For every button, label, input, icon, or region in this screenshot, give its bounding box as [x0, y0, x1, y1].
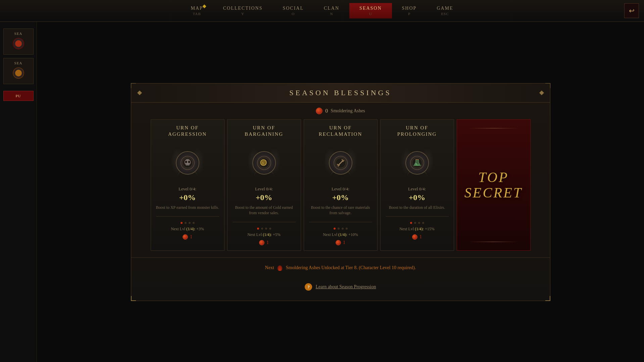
ashes-label: Smoldering Ashes: [331, 108, 365, 114]
dot: [265, 228, 267, 230]
left-sidebar: SEA SEA PU: [0, 22, 37, 362]
dot: [261, 228, 263, 230]
cost-flame-icon: [412, 234, 417, 240]
card-next-lvl-bargaining: Next Lvl (1/4): +5%: [247, 232, 280, 237]
cost-value-bargaining: 1: [266, 240, 269, 245]
cost-value-prolonging: 1: [419, 234, 422, 240]
svg-point-25: [415, 163, 417, 165]
dot: [185, 222, 187, 224]
dot: [189, 222, 191, 224]
card-percent-aggression: +0%: [179, 193, 196, 202]
card-divider-prolonging: [386, 216, 449, 217]
card-desc-prolonging: Boost to the duration of all Elixirs.: [389, 205, 445, 210]
sidebar-item-1[interactable]: SEA: [3, 28, 34, 55]
nav-key-season: U: [369, 12, 372, 16]
panel-title: SEASON BLESSINGS: [289, 88, 391, 97]
nav-label-map: MAP: [191, 6, 203, 11]
card-percent-prolonging: +0%: [409, 193, 426, 202]
blessing-card-reclamation[interactable]: URN OFRECLAMATION: [304, 119, 378, 251]
card-divider-aggression: [156, 216, 219, 217]
ashes-icon: [316, 108, 323, 114]
card-icon-area-prolonging: [400, 143, 434, 183]
nav-label-game: GAME: [437, 6, 453, 11]
learn-link[interactable]: Learn about Season Progression: [315, 284, 376, 290]
ashes-count: 0: [325, 108, 328, 114]
nav-item-collections[interactable]: COLLECTIONS Y: [213, 3, 273, 18]
nav-item-game[interactable]: GAME ESC: [427, 3, 463, 18]
card-level-reclamation: Level 0/4:: [332, 186, 349, 192]
blessing-card-prolonging[interactable]: URN OFPROLONGING: [380, 119, 454, 251]
bottom-bar-text: Next Smoldering Ashes Unlocked at Tier 8…: [265, 265, 416, 270]
back-button[interactable]: [624, 3, 639, 18]
blessing-card-secret: TOPSECRET: [457, 119, 531, 251]
cost-value-aggression: 1: [190, 234, 192, 240]
secret-line-top: [468, 128, 518, 128]
card-next-lvl-reclamation: Next Lvl (1/4): +10%: [323, 232, 358, 237]
svg-point-9: [188, 161, 190, 163]
nav-items: MAP TAB COLLECTIONS Y SOCIAL O CLAN N SE…: [181, 3, 463, 18]
card-divider-reclamation: [309, 222, 372, 222]
card-title-aggression: URN OFAGGRESSION: [168, 125, 207, 138]
nav-item-shop[interactable]: SHOP P: [392, 3, 427, 18]
dot: [257, 228, 259, 230]
header-diamond-right: [539, 90, 544, 95]
secret-line-bottom: [468, 242, 518, 242]
progress-dots-reclamation: [334, 228, 348, 230]
nav-key-collections: Y: [241, 12, 244, 16]
card-cost-prolonging: 1: [412, 234, 422, 240]
card-desc-aggression: Boost to XP earned from monster kills.: [156, 205, 219, 210]
nav-label-collections: COLLECTIONS: [223, 6, 263, 11]
progress-dots-aggression: [181, 222, 195, 224]
card-level-prolonging: Level 0/4:: [408, 186, 426, 192]
panel-header: SEASON BLESSINGS: [131, 83, 550, 103]
secret-title: TOPSECRET: [464, 170, 523, 200]
progress-dots-prolonging: [410, 222, 424, 224]
svg-point-3: [15, 70, 22, 76]
learn-bar: ? Learn about Season Progression: [131, 283, 550, 291]
card-percent-reclamation: +0%: [332, 193, 349, 202]
svg-rect-10: [187, 164, 187, 166]
card-icon-prolonging: [405, 151, 429, 175]
blessing-card-bargaining[interactable]: URN OFBARGAINING $: [227, 119, 301, 251]
svg-text:$: $: [262, 161, 264, 165]
card-icon-reclamation: [329, 151, 352, 175]
svg-rect-13: [189, 164, 189, 166]
nav-label-social: SOCIAL: [283, 6, 304, 11]
card-title-prolonging: URN OFPROLONGING: [397, 125, 437, 138]
blessing-card-aggression[interactable]: URN OFAGGRESSION: [151, 119, 225, 251]
card-cost-bargaining: 1: [259, 240, 269, 245]
sidebar-purchase-button[interactable]: PU: [3, 91, 34, 101]
corner-br: [545, 296, 550, 301]
corner-bl: [131, 296, 136, 301]
svg-point-1: [15, 40, 22, 47]
sidebar-item-2[interactable]: SEA: [3, 58, 34, 84]
top-nav: MAP TAB COLLECTIONS Y SOCIAL O CLAN N SE…: [0, 0, 644, 22]
nav-key-clan: N: [330, 12, 333, 16]
card-cost-aggression: 1: [183, 234, 192, 240]
blessings-panel: SEASON BLESSINGS 0 Smoldering Ashes URN …: [131, 83, 550, 301]
dot: [410, 222, 412, 224]
nav-item-clan[interactable]: CLAN N: [314, 3, 349, 18]
dot: [193, 222, 195, 224]
cost-value-reclamation: 1: [343, 240, 345, 245]
dot: [418, 222, 420, 224]
card-title-bargaining: URN OFBARGAINING: [245, 125, 283, 138]
nav-item-map[interactable]: MAP TAB: [181, 3, 213, 18]
card-level-aggression: Level 0/4:: [179, 186, 196, 192]
header-diamond-left: [137, 90, 142, 95]
card-icon-area-bargaining: $: [247, 143, 281, 183]
help-icon[interactable]: ?: [305, 283, 312, 291]
nav-item-season[interactable]: SEASON U: [349, 3, 392, 18]
card-desc-bargaining: Boost to the amount of Gold earned from …: [233, 205, 296, 216]
map-diamond: [202, 4, 206, 8]
dot: [414, 222, 416, 224]
svg-rect-11: [188, 164, 189, 166]
sidebar-icon-1: [12, 37, 25, 50]
svg-point-24: [415, 164, 419, 166]
card-icon-area-reclamation: [324, 143, 357, 183]
card-desc-reclamation: Boost to the chance of rare materials fr…: [309, 205, 372, 216]
cost-flame-icon: [336, 240, 341, 245]
card-icon-aggression: [176, 151, 199, 175]
nav-item-social[interactable]: SOCIAL O: [273, 3, 314, 18]
card-next-lvl-prolonging: Next Lvl (1/4): +15%: [399, 227, 434, 232]
